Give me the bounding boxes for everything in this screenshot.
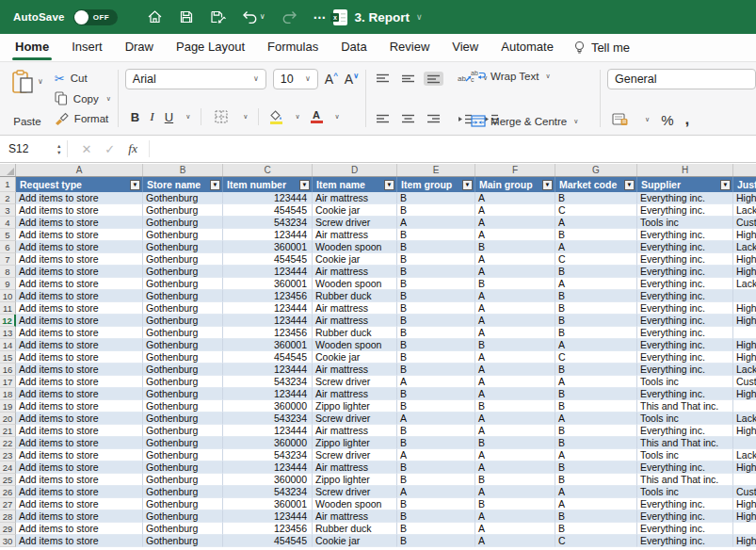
cell-G20[interactable]: A xyxy=(555,412,637,425)
cell-H30[interactable]: Everything inc. xyxy=(637,535,733,547)
tab-automate[interactable]: Automate xyxy=(500,35,555,60)
cell-I19[interactable] xyxy=(733,400,756,412)
cell-H9[interactable]: Everything inc. xyxy=(637,278,733,290)
cell-B23[interactable]: Gothenburg xyxy=(143,449,223,461)
cell-D11[interactable]: Air mattress xyxy=(313,302,397,315)
cell-D17[interactable]: Screw driver xyxy=(313,376,397,388)
autosave-toggle[interactable]: OFF xyxy=(73,9,118,25)
tab-formulas[interactable]: Formulas xyxy=(266,35,319,60)
align-bottom-button[interactable] xyxy=(424,72,443,86)
format-painter-button[interactable]: Format xyxy=(55,110,111,127)
cell-A6[interactable]: Add items to store xyxy=(16,241,143,253)
cell-B27[interactable]: Gothenburg xyxy=(143,498,223,510)
cell-E29[interactable]: B xyxy=(397,523,475,535)
number-format-combo[interactable]: General xyxy=(607,69,756,89)
cell-D20[interactable]: Screw driver xyxy=(313,412,397,425)
cell-D5[interactable]: Air mattress xyxy=(313,229,397,241)
cell-E21[interactable]: B xyxy=(397,425,475,437)
cell-C7[interactable]: 454545 xyxy=(223,253,313,266)
tab-view[interactable]: View xyxy=(451,35,479,60)
cell-I5[interactable]: High xyxy=(733,229,756,241)
cell-C24[interactable]: 123444 xyxy=(223,461,313,474)
cell-G19[interactable]: B xyxy=(555,400,637,412)
cell-B30[interactable]: Gothenburg xyxy=(143,535,223,547)
row-header-7[interactable]: 7 xyxy=(0,253,16,266)
cell-D14[interactable]: Wooden spoon xyxy=(313,339,397,351)
bold-button[interactable]: B xyxy=(131,110,139,124)
document-title[interactable]: 3. Report xyxy=(354,10,410,24)
cell-I4[interactable]: Cust xyxy=(733,217,756,229)
header-cell-D[interactable]: Item name▾ xyxy=(313,177,397,192)
row-header-21[interactable]: 21 xyxy=(0,425,16,437)
cell-F11[interactable]: A xyxy=(475,302,555,315)
cell-H28[interactable]: Everything inc. xyxy=(637,510,733,523)
cell-G29[interactable]: B xyxy=(555,523,637,535)
row-header-18[interactable]: 18 xyxy=(0,388,16,400)
filter-button[interactable]: ▾ xyxy=(462,180,473,190)
cell-F21[interactable]: A xyxy=(475,425,555,437)
cell-A30[interactable]: Add items to store xyxy=(16,535,143,547)
cell-H12[interactable]: Everything inc. xyxy=(637,315,733,327)
cell-D29[interactable]: Rubber duck xyxy=(313,523,397,535)
cut-button[interactable]: ✂ Cut xyxy=(55,70,111,87)
formula-input[interactable] xyxy=(150,136,756,162)
cell-E7[interactable]: B xyxy=(397,253,475,266)
cell-F9[interactable]: B xyxy=(475,278,555,290)
cell-C9[interactable]: 360001 xyxy=(223,278,313,290)
cell-D30[interactable]: Cookie jar xyxy=(313,535,397,547)
cell-C27[interactable]: 360001 xyxy=(223,498,313,510)
copy-button[interactable]: Copy ∨ xyxy=(55,90,111,107)
cell-E16[interactable]: B xyxy=(397,364,475,376)
cell-A27[interactable]: Add items to store xyxy=(16,498,143,510)
cell-E20[interactable]: A xyxy=(397,412,475,425)
paste-button[interactable]: ∨ Paste xyxy=(9,67,45,130)
cell-B29[interactable]: Gothenburg xyxy=(143,523,223,535)
cell-H17[interactable]: Tools inc xyxy=(637,376,733,388)
row-header-29[interactable]: 29 xyxy=(0,523,16,535)
paste-chevron-icon[interactable]: ∨ xyxy=(38,78,43,86)
cell-C23[interactable]: 543234 xyxy=(223,449,313,461)
column-header-H[interactable]: H xyxy=(637,164,733,176)
cell-H18[interactable]: Everything inc. xyxy=(637,388,733,400)
enter-check-icon[interactable]: ✓ xyxy=(105,142,115,156)
cell-G18[interactable]: B xyxy=(555,388,637,400)
cell-C3[interactable]: 454545 xyxy=(223,204,313,217)
cell-B28[interactable]: Gothenburg xyxy=(143,510,223,523)
header-cell-G[interactable]: Market code▾ xyxy=(555,177,637,192)
cell-A19[interactable]: Add items to store xyxy=(16,400,143,412)
cell-I13[interactable] xyxy=(733,327,756,339)
row-header-22[interactable]: 22 xyxy=(0,437,16,449)
cell-G28[interactable]: B xyxy=(555,510,637,523)
cell-E28[interactable]: B xyxy=(397,510,475,523)
cell-A4[interactable]: Add items to store xyxy=(16,217,143,229)
cell-B2[interactable]: Gothenburg xyxy=(143,192,223,204)
cell-G23[interactable]: A xyxy=(555,449,637,461)
cell-D18[interactable]: Air mattress xyxy=(313,388,397,400)
cell-H29[interactable]: Everything inc. xyxy=(637,523,733,535)
cell-A9[interactable]: Add items to store xyxy=(16,278,143,290)
cell-I16[interactable]: Lack xyxy=(733,364,756,376)
cell-I21[interactable]: High xyxy=(733,425,756,437)
cell-A16[interactable]: Add items to store xyxy=(16,364,143,376)
italic-button[interactable]: I xyxy=(150,109,154,124)
cell-B6[interactable]: Gothenburg xyxy=(143,241,223,253)
cell-E4[interactable]: A xyxy=(397,217,475,229)
cell-F18[interactable]: A xyxy=(475,388,555,400)
undo-icon[interactable]: ∨ xyxy=(242,10,265,24)
cell-F27[interactable]: B xyxy=(475,498,555,510)
filter-button[interactable]: ▾ xyxy=(210,180,220,190)
cell-G25[interactable]: B xyxy=(555,474,637,486)
cell-A22[interactable]: Add items to store xyxy=(16,437,143,449)
header-cell-C[interactable]: Item number▾ xyxy=(223,177,313,192)
cell-E22[interactable]: B xyxy=(397,437,475,449)
font-color-chevron-icon[interactable]: ∨ xyxy=(335,113,340,121)
cell-E18[interactable]: B xyxy=(397,388,475,400)
cell-G7[interactable]: C xyxy=(555,253,637,266)
filter-button[interactable]: ▾ xyxy=(130,180,140,190)
cell-A12[interactable]: Add items to store xyxy=(16,315,143,327)
cell-H4[interactable]: Tools inc xyxy=(637,217,733,229)
align-left-button[interactable] xyxy=(373,112,393,126)
insert-function-icon[interactable]: fx xyxy=(128,141,137,156)
cell-A28[interactable]: Add items to store xyxy=(16,510,143,523)
font-color-button[interactable]: A xyxy=(311,110,323,123)
